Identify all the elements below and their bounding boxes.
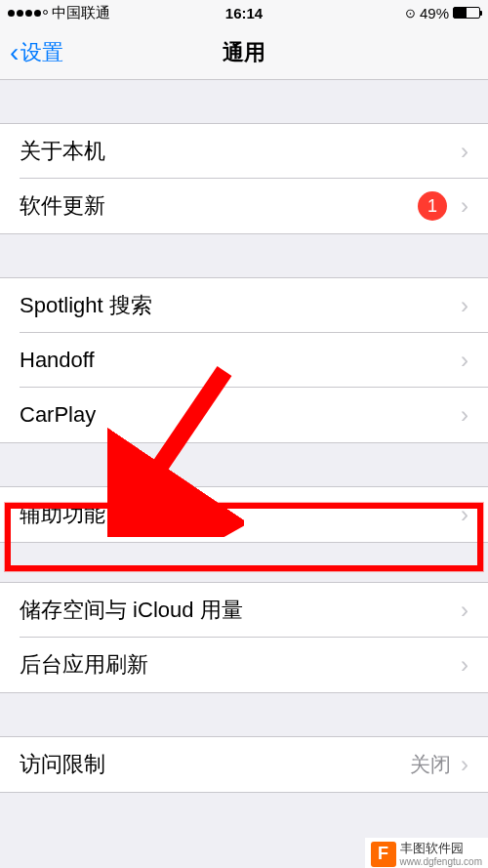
update-badge: 1 — [418, 191, 447, 221]
nav-bar: ‹ 设置 通用 — [0, 25, 488, 80]
status-time: 16:14 — [225, 5, 263, 21]
row-label: 关于本机 — [20, 137, 461, 166]
watermark-logo: F — [371, 842, 396, 867]
status-right: ⊙ 49% — [405, 5, 480, 21]
back-label: 设置 — [20, 38, 63, 67]
watermark-url: www.dgfengtu.com — [400, 856, 483, 868]
watermark-name: 丰图软件园 — [400, 841, 483, 856]
watermark: F 丰图软件园 www.dgfengtu.com — [365, 838, 489, 868]
page-title: 通用 — [223, 38, 265, 67]
row-label: Spotlight 搜索 — [20, 291, 461, 320]
group-storage: 储存空间与 iCloud 用量 › 后台应用刷新 › — [0, 582, 488, 693]
carplay-row[interactable]: CarPlay › — [0, 388, 488, 442]
row-label: CarPlay — [20, 402, 461, 428]
chevron-right-icon: › — [461, 292, 468, 319]
row-label: 访问限制 — [20, 750, 410, 779]
group-restrictions: 访问限制 关闭 › — [0, 736, 488, 793]
carrier-label: 中国联通 — [52, 4, 110, 22]
chevron-right-icon: › — [461, 751, 468, 778]
restrictions-row[interactable]: 访问限制 关闭 › — [0, 737, 488, 792]
chevron-right-icon: › — [461, 597, 468, 624]
settings-list: 关于本机 › 软件更新 1 › Spotlight 搜索 › Handoff ›… — [0, 123, 488, 793]
software-update-row[interactable]: 软件更新 1 › — [0, 179, 488, 233]
group-features: Spotlight 搜索 › Handoff › CarPlay › — [0, 277, 488, 443]
group-accessibility: 辅助功能 › — [0, 486, 488, 543]
handoff-row[interactable]: Handoff › — [0, 333, 488, 388]
storage-row[interactable]: 储存空间与 iCloud 用量 › — [0, 583, 488, 638]
about-row[interactable]: 关于本机 › — [0, 124, 488, 179]
chevron-right-icon: › — [461, 192, 468, 220]
battery-icon — [453, 7, 480, 19]
row-label: 储存空间与 iCloud 用量 — [20, 596, 461, 625]
status-left: 中国联通 — [8, 4, 110, 22]
accessibility-row[interactable]: 辅助功能 › — [0, 487, 488, 542]
row-label: 后台应用刷新 — [20, 650, 461, 680]
group-about: 关于本机 › 软件更新 1 › — [0, 123, 488, 234]
battery-percent: 49% — [420, 5, 449, 21]
orientation-lock-icon: ⊙ — [405, 6, 416, 21]
chevron-right-icon: › — [461, 401, 468, 429]
row-label: 辅助功能 — [20, 500, 461, 529]
chevron-right-icon: › — [461, 138, 468, 165]
spotlight-row[interactable]: Spotlight 搜索 › — [0, 278, 488, 333]
chevron-right-icon: › — [461, 501, 468, 528]
chevron-right-icon: › — [461, 347, 468, 374]
back-button[interactable]: ‹ 设置 — [10, 37, 63, 68]
background-refresh-row[interactable]: 后台应用刷新 › — [0, 638, 488, 692]
row-value: 关闭 — [410, 751, 451, 778]
status-bar: 中国联通 16:14 ⊙ 49% — [0, 0, 488, 25]
row-label: 软件更新 — [20, 191, 418, 221]
chevron-right-icon: › — [461, 651, 468, 679]
chevron-left-icon: ‹ — [10, 37, 19, 68]
signal-strength-icon — [8, 10, 48, 17]
row-label: Handoff — [20, 348, 461, 373]
